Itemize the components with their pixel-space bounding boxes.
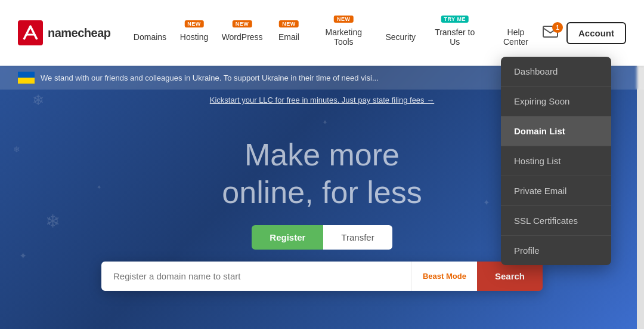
email-badge: NEW xyxy=(279,20,299,27)
search-bar: Beast Mode Search xyxy=(101,262,543,291)
hosting-badge: NEW xyxy=(184,20,204,27)
ukraine-text: We stand with our friends and colleagues… xyxy=(41,73,379,82)
dropdown-item-hosting-list[interactable]: Hosting List xyxy=(501,146,611,176)
ukraine-flag xyxy=(18,72,35,84)
header-right: 1 Account xyxy=(543,22,626,44)
logo-icon xyxy=(18,20,43,45)
nav-item-domains[interactable]: Domains xyxy=(129,19,172,47)
nav-item-security[interactable]: Security xyxy=(380,19,420,47)
account-dropdown: Dashboard Expiring Soon Domain List Host… xyxy=(501,57,611,265)
header: namecheap Domains NEW Hosting NEW WordPr… xyxy=(0,0,644,66)
dropdown-item-domain-list[interactable]: Domain List xyxy=(501,116,611,146)
hero-buttons: Register Transfer xyxy=(252,225,392,250)
register-button[interactable]: Register xyxy=(252,225,323,250)
transfer-button[interactable]: Transfer xyxy=(323,225,392,250)
llc-link[interactable]: Kickstart your LLC for free in minutes. … xyxy=(210,96,434,104)
nav-item-help[interactable]: Help Center xyxy=(489,14,543,51)
dropdown-item-private-email[interactable]: Private Email xyxy=(501,176,611,206)
nav-item-transfer[interactable]: TRY ME Transfer to Us xyxy=(424,14,485,51)
mail-icon[interactable]: 1 xyxy=(543,26,558,40)
domain-search-input[interactable] xyxy=(101,262,411,291)
logo[interactable]: namecheap xyxy=(18,20,111,45)
wordpress-badge: NEW xyxy=(233,20,252,27)
dropdown-item-dashboard[interactable]: Dashboard xyxy=(501,57,611,87)
main-nav: Domains NEW Hosting NEW WordPress NEW Em… xyxy=(129,14,543,51)
mail-count-badge: 1 xyxy=(552,22,563,33)
hero-title: Make more online, for less xyxy=(222,136,422,211)
hero-content: Make more online, for less Register Tran… xyxy=(101,110,543,329)
nav-item-email[interactable]: NEW Email xyxy=(271,19,306,47)
logo-text: namecheap xyxy=(48,26,111,40)
nav-item-wordpress[interactable]: NEW WordPress xyxy=(217,19,268,47)
beast-mode-button[interactable]: Beast Mode xyxy=(411,262,477,291)
dropdown-item-ssl[interactable]: SSL Certificates xyxy=(501,206,611,236)
nav-item-hosting[interactable]: NEW Hosting xyxy=(175,19,213,47)
tryme-badge: TRY ME xyxy=(441,16,469,23)
marketing-badge: NEW xyxy=(334,16,354,23)
account-button[interactable]: Account xyxy=(566,22,626,44)
search-button[interactable]: Search xyxy=(477,262,543,291)
nav-item-marketing-tools[interactable]: NEW Marketing Tools xyxy=(310,14,377,51)
dropdown-item-profile[interactable]: Profile xyxy=(501,236,611,265)
dropdown-item-expiring-soon[interactable]: Expiring Soon xyxy=(501,87,611,116)
